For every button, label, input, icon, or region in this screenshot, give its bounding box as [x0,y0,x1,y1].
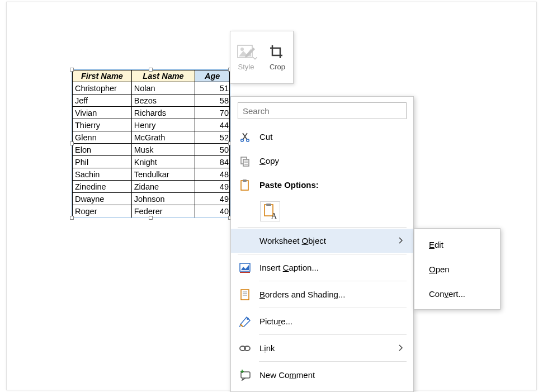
separator [238,254,407,254]
cell-age: 49 [195,181,230,193]
paste-options-row: A [231,197,413,226]
table-row: ChristopherNolan51 [73,82,230,95]
cell-last-name: Johnson [131,193,195,205]
svg-rect-10 [243,180,247,182]
menu-borders-shading[interactable]: Borders and Shading... [231,282,413,306]
cell-last-name: Tendulkar [131,168,195,181]
menu-insert-caption[interactable]: Insert Caption... [231,256,413,280]
borders-shading-label: Borders and Shading... [259,290,345,299]
worksheet-object-label: Worksheet Object [259,236,326,245]
mini-toolbar: Style Crop [230,31,294,84]
worksheet-object-submenu: Edit Open Convert... [414,228,500,310]
cell-first-name: Glenn [73,131,132,144]
cell-age: 84 [195,156,230,168]
table-row: ZinedineZidane49 [73,181,230,193]
search-box [238,102,407,119]
cell-last-name: Bezos [131,95,195,107]
table-row: ElonMusk50 [73,144,230,156]
table-row: ThierryHenry44 [73,119,230,131]
table-row: SachinTendulkar48 [73,168,230,181]
menu-copy-label: Copy [259,156,279,166]
chevron-right-icon [399,237,403,245]
chevron-right-icon [399,344,403,353]
cell-first-name: Elon [73,144,132,156]
cell-age: 48 [195,168,230,181]
menu-paste-options-header: Paste Options: [231,173,413,197]
cell-age: 52 [195,131,230,144]
separator [259,308,407,308]
comment-icon [239,370,251,381]
cell-age: 58 [195,95,230,107]
svg-text:A: A [271,212,277,219]
svg-rect-12 [266,204,271,206]
cell-first-name: Jeff [73,95,132,107]
embedded-worksheet[interactable]: First Name Last Name Age ChristopherNola… [72,69,230,218]
style-button[interactable]: Style [230,31,262,83]
table-row: VivianRichards70 [73,107,230,119]
cell-last-name: Knight [131,156,195,168]
submenu-edit[interactable]: Edit [414,232,500,257]
resize-handle-nw[interactable] [70,68,74,72]
style-label: Style [238,63,254,71]
menu-worksheet-object[interactable]: Worksheet Object [231,229,413,253]
caption-icon [239,262,251,273]
cell-age: 49 [195,193,230,205]
cell-first-name: Christopher [73,82,132,95]
resize-handle-s[interactable] [149,216,153,220]
cell-last-name: Zidane [131,181,195,193]
search-input[interactable] [238,102,407,119]
cell-first-name: Roger [73,205,132,218]
menu-cut-label: Cut [259,132,272,141]
cell-first-name: Dwayne [73,193,132,205]
header-age: Age [195,70,230,82]
header-first-name: First Name [73,70,132,82]
submenu-convert-label: Convert... [429,289,465,299]
cell-last-name: McGrath [131,131,195,144]
cell-age: 44 [195,119,230,131]
paste-keep-text-icon[interactable]: A [260,201,280,221]
header-last-name: Last Name [131,70,195,82]
cell-last-name: Nolan [131,82,195,95]
table-header-row: First Name Last Name Age [73,70,230,82]
separator [259,334,407,335]
table-row: DwayneJohnson49 [73,193,230,205]
resize-handle-sw[interactable] [70,216,74,220]
menu-picture[interactable]: Picture... [231,309,413,333]
crop-label: Crop [270,63,285,71]
cell-last-name: Federer [131,205,195,218]
picture-icon [239,316,251,327]
resize-handle-n[interactable] [149,68,153,72]
table-row: PhilKnight84 [73,156,230,168]
paste-icon [239,179,251,191]
submenu-convert[interactable]: Convert... [414,281,500,306]
cell-first-name: Vivian [73,107,132,119]
crop-button[interactable]: Crop [262,31,293,83]
link-icon [239,344,251,353]
table-row: JeffBezos58 [73,95,230,107]
crop-icon [269,44,286,60]
separator [259,361,407,362]
menu-copy[interactable]: Copy [231,149,413,173]
menu-cut[interactable]: Cut [231,125,413,149]
cell-first-name: Thierry [73,119,132,131]
paste-options-label: Paste Options: [259,180,319,190]
submenu-open-label: Open [429,265,450,274]
cell-last-name: Richards [131,107,195,119]
submenu-open[interactable]: Open [414,257,500,281]
cell-age: 51 [195,82,230,95]
menu-new-comment[interactable]: New Comment [231,363,413,387]
cell-first-name: Phil [73,156,132,168]
cell-age: 40 [195,205,230,218]
svg-rect-9 [241,181,248,190]
cell-age: 70 [195,107,230,119]
svg-point-20 [247,318,249,320]
cell-last-name: Musk [131,144,195,156]
menu-link[interactable]: Link [231,336,413,360]
insert-caption-label: Insert Caption... [259,263,319,272]
data-table: First Name Last Name Age ChristopherNola… [72,70,230,218]
link-label: Link [259,343,275,353]
resize-handle-w[interactable] [70,141,74,145]
cell-age: 50 [195,144,230,156]
separator [259,281,407,281]
svg-point-3 [247,139,249,141]
